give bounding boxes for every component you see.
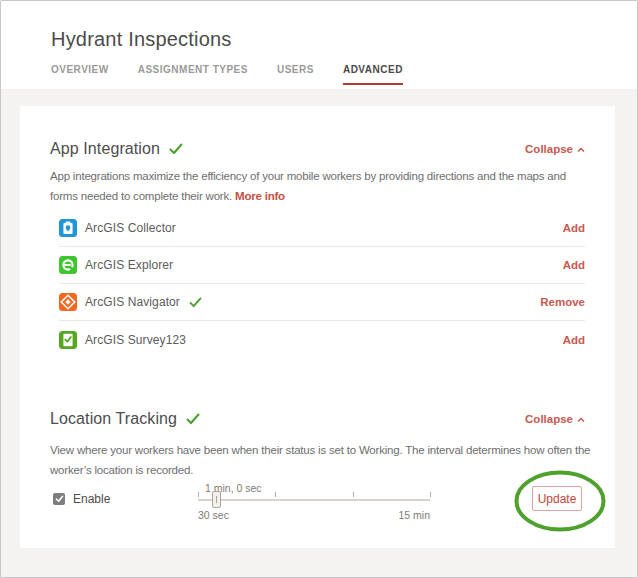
arcgis-survey123-icon — [59, 331, 77, 349]
tab-bar: OVERVIEW ASSIGNMENT TYPES USERS ADVANCED — [51, 64, 403, 85]
enable-checkbox[interactable] — [53, 493, 65, 505]
location-tracking-title: Location Tracking — [50, 410, 177, 428]
navigator-remove-link[interactable]: Remove — [540, 296, 585, 308]
interval-slider: 1 min, 0 sec 30 sec 15 min — [198, 482, 430, 530]
app-name: ArcGIS Survey123 — [85, 333, 186, 347]
chevron-up-icon — [577, 413, 585, 425]
tab-assignment-types[interactable]: ASSIGNMENT TYPES — [138, 64, 248, 85]
page-title: Hydrant Inspections — [51, 28, 232, 51]
collapse-label: Collapse — [525, 413, 573, 425]
app-list: ArcGIS Collector Add ArcGIS Explorer Add… — [59, 210, 585, 358]
slider-min-label: 30 sec — [198, 509, 229, 521]
settings-card: App Integration Collapse App integration… — [20, 106, 615, 548]
app-row-navigator: ArcGIS Navigator Remove — [59, 284, 585, 321]
arcgis-collector-icon — [59, 219, 77, 237]
explorer-add-link[interactable]: Add — [563, 259, 585, 271]
slider-tick — [353, 492, 354, 497]
arcgis-navigator-icon — [59, 293, 77, 311]
update-button[interactable]: Update — [532, 486, 582, 511]
more-info-link[interactable]: More info — [235, 190, 285, 202]
app-row-survey123: ArcGIS Survey123 Add — [59, 321, 585, 358]
tab-users[interactable]: USERS — [277, 64, 314, 85]
chevron-up-icon — [577, 143, 585, 155]
enable-label: Enable — [73, 492, 110, 506]
slider-tick — [430, 492, 431, 497]
tracking-controls: Enable 1 min, 0 sec 30 sec 15 min Update — [50, 482, 585, 540]
location-tracking-description: View where your workers have been when t… — [50, 440, 595, 480]
content-area: App Integration Collapse App integration… — [1, 89, 637, 578]
location-tracking-collapse-button[interactable]: Collapse — [525, 413, 585, 425]
app-row-explorer: ArcGIS Explorer Add — [59, 247, 585, 284]
slider-tick — [198, 492, 199, 497]
section-complete-check-icon — [186, 413, 200, 425]
arcgis-explorer-icon — [59, 256, 77, 274]
tab-advanced[interactable]: ADVANCED — [343, 64, 403, 85]
slider-handle[interactable] — [212, 491, 221, 508]
collapse-label: Collapse — [525, 143, 573, 155]
tab-overview[interactable]: OVERVIEW — [51, 64, 109, 85]
app-integration-description: App integrations maximize the efficiency… — [50, 166, 595, 206]
app-integration-collapse-button[interactable]: Collapse — [525, 143, 585, 155]
app-name: ArcGIS Explorer — [85, 258, 173, 272]
location-tracking-header: Location Tracking Collapse — [50, 408, 585, 430]
section-complete-check-icon — [169, 143, 183, 155]
app-integration-header: App Integration Collapse — [50, 138, 585, 160]
app-name: ArcGIS Navigator — [85, 295, 180, 309]
survey123-add-link[interactable]: Add — [563, 334, 585, 346]
collector-add-link[interactable]: Add — [563, 222, 585, 234]
project-header: Hydrant Inspections OVERVIEW ASSIGNMENT … — [1, 1, 637, 89]
navigator-enabled-check-icon — [189, 297, 202, 308]
enable-checkbox-group[interactable]: Enable — [53, 492, 110, 506]
app-integration-title: App Integration — [50, 140, 160, 158]
description-text: App integrations maximize the efficiency… — [50, 170, 566, 202]
slider-tick — [275, 492, 276, 497]
slider-track[interactable] — [198, 499, 430, 501]
app-row-collector: ArcGIS Collector Add — [59, 210, 585, 247]
app-name: ArcGIS Collector — [85, 221, 176, 235]
slider-max-label: 15 min — [398, 509, 430, 521]
app-window: Hydrant Inspections OVERVIEW ASSIGNMENT … — [0, 0, 638, 578]
